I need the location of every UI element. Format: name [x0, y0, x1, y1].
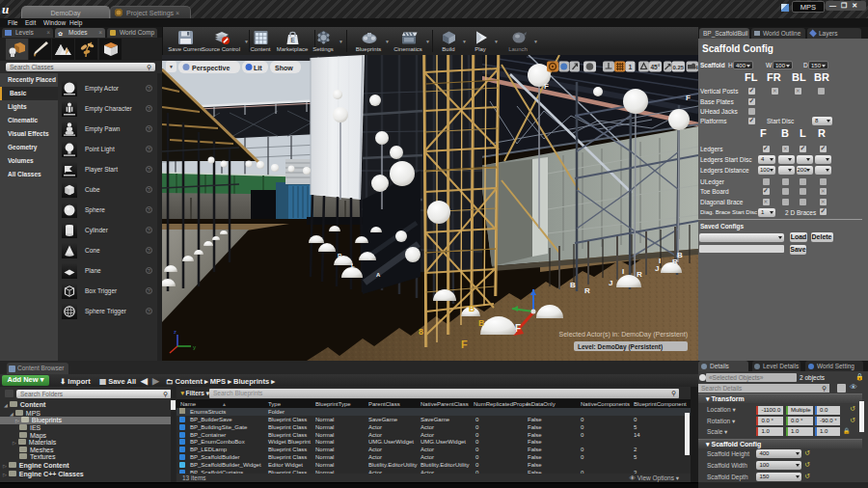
svg-text:Perspective: Perspective [192, 65, 230, 72]
svg-text:Selected Actor(s) in: DemoDay: Selected Actor(s) in: DemoDay (Persisten… [559, 331, 688, 339]
svg-text:F: F [544, 82, 549, 91]
svg-text:B: B [478, 318, 485, 328]
svg-text:R: R [637, 270, 642, 279]
svg-text:Level: DemoDay (Persistent): Level: DemoDay (Persistent) [578, 343, 663, 351]
svg-text:0.25: 0.25 [673, 65, 685, 70]
svg-text:▼: ▼ [169, 64, 174, 69]
svg-text:F: F [515, 323, 521, 334]
svg-text:1: 1 [629, 64, 633, 70]
svg-text:R: R [584, 286, 590, 295]
svg-text:45°: 45° [651, 64, 661, 70]
svg-text:L: L [368, 255, 372, 260]
svg-text:y: y [193, 344, 196, 350]
svg-text:B: B [469, 304, 475, 313]
svg-text:F: F [686, 94, 691, 102]
svg-text:E: E [290, 37, 295, 43]
svg-text:R: R [338, 253, 342, 258]
svg-text:I: I [622, 267, 624, 276]
svg-text:B: B [677, 251, 683, 259]
svg-text:J: J [655, 264, 659, 273]
svg-text:Lit: Lit [254, 65, 262, 71]
svg-text:Show: Show [275, 65, 293, 71]
svg-text:8: 8 [419, 327, 423, 337]
svg-text:I: I [659, 257, 661, 265]
svg-text:L: L [351, 262, 355, 268]
svg-text:z: z [174, 329, 176, 335]
svg-text:J: J [609, 279, 612, 287]
svg-text:B: B [570, 281, 576, 289]
svg-text:A: A [376, 272, 381, 278]
svg-text:F: F [461, 339, 468, 350]
